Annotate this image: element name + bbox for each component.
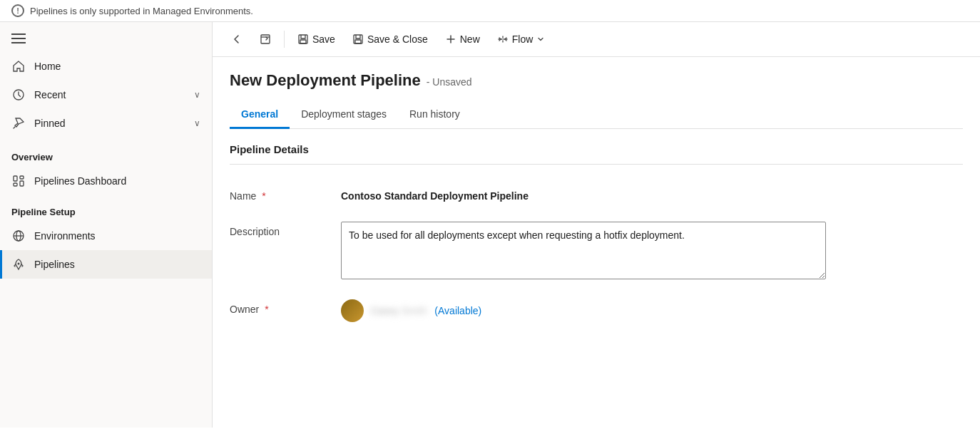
sidebar-item-recent[interactable]: Recent ∨ xyxy=(0,81,212,109)
rocket-icon xyxy=(11,257,26,272)
description-textarea[interactable]: To be used for all deployments except wh… xyxy=(341,222,826,279)
owner-required-asterisk: * xyxy=(265,304,268,315)
form-area: Pipeline Details Name * Contoso Standard… xyxy=(213,129,980,428)
avatar xyxy=(341,299,364,322)
tab-general[interactable]: General xyxy=(230,101,290,129)
sidebar-pipelines-dashboard-label: Pipelines Dashboard xyxy=(34,175,126,187)
sidebar-item-pipelines[interactable]: Pipelines xyxy=(0,250,212,279)
owner-form-row: Owner * Casey Smith (Available) xyxy=(230,289,963,332)
save-close-button[interactable]: Save & Close xyxy=(345,29,435,49)
sidebar-header xyxy=(0,22,212,49)
recent-icon xyxy=(11,88,26,102)
tab-deployment-stages[interactable]: Deployment stages xyxy=(290,101,398,129)
owner-label: Owner * xyxy=(230,299,330,315)
name-form-row: Name * Contoso Standard Deployment Pipel… xyxy=(230,176,963,212)
managed-env-banner: ! Pipelines is only supported in Managed… xyxy=(0,0,980,22)
sidebar: Home Recent ∨ Pi xyxy=(0,22,213,428)
svg-rect-4 xyxy=(20,181,24,186)
sidebar-item-environments[interactable]: Environments xyxy=(0,222,212,250)
tabs: General Deployment stages Run history xyxy=(230,101,963,129)
dashboard-icon xyxy=(11,174,26,188)
sidebar-pipelines-label: Pipelines xyxy=(34,259,75,270)
sidebar-environments-label: Environments xyxy=(34,230,96,242)
svg-rect-1 xyxy=(14,176,17,181)
sidebar-home-label: Home xyxy=(34,61,61,72)
name-label: Name * xyxy=(230,186,330,202)
flow-label: Flow xyxy=(512,33,534,45)
description-label: Description xyxy=(230,222,330,237)
svg-point-8 xyxy=(18,263,20,265)
svg-rect-13 xyxy=(355,40,361,43)
page-title-row: New Deployment Pipeline - Unsaved xyxy=(230,71,963,90)
hamburger-menu-button[interactable] xyxy=(11,33,26,43)
tab-run-history[interactable]: Run history xyxy=(398,101,471,129)
svg-rect-3 xyxy=(14,183,17,186)
banner-text: Pipelines is only supported in Managed E… xyxy=(30,6,253,16)
toolbar: Save Save & Close New xyxy=(213,22,980,57)
home-icon xyxy=(11,59,26,73)
pipeline-setup-section-label: Pipeline Setup xyxy=(0,195,212,222)
save-label: Save xyxy=(312,33,335,45)
name-required-asterisk: * xyxy=(262,190,265,202)
owner-status: (Available) xyxy=(434,305,481,316)
page-title: New Deployment Pipeline xyxy=(230,71,421,90)
flow-button[interactable]: Flow xyxy=(490,29,553,49)
back-button[interactable] xyxy=(224,29,250,49)
sidebar-item-pipelines-dashboard[interactable]: Pipelines Dashboard xyxy=(0,167,212,195)
page-subtitle: - Unsaved xyxy=(427,76,472,88)
sidebar-item-pinned[interactable]: Pinned ∨ xyxy=(0,109,212,138)
new-label: New xyxy=(460,33,480,45)
page-header: New Deployment Pipeline - Unsaved Genera… xyxy=(213,57,980,129)
svg-rect-11 xyxy=(300,40,306,43)
main-content: Save Save & Close New xyxy=(213,22,980,428)
pinned-chevron-icon: ∨ xyxy=(194,118,200,128)
warning-icon: ! xyxy=(11,4,24,17)
toolbar-divider-1 xyxy=(284,31,285,48)
owner-name: Casey Smith xyxy=(371,305,427,316)
sidebar-pinned-label: Pinned xyxy=(34,118,66,129)
section-title: Pipeline Details xyxy=(230,129,963,165)
sidebar-recent-label: Recent xyxy=(34,89,66,100)
pin-icon xyxy=(11,116,26,130)
save-button[interactable]: Save xyxy=(290,29,342,49)
svg-rect-2 xyxy=(20,176,24,179)
svg-rect-9 xyxy=(261,35,270,43)
description-form-row: Description To be used for all deploymen… xyxy=(230,212,963,289)
new-button[interactable]: New xyxy=(438,29,487,49)
sidebar-item-home[interactable]: Home xyxy=(0,52,212,81)
open-button[interactable] xyxy=(252,29,278,49)
recent-chevron-icon: ∨ xyxy=(194,90,200,100)
save-close-label: Save & Close xyxy=(367,33,428,45)
sidebar-nav: Home Recent ∨ Pi xyxy=(0,49,212,140)
globe-icon xyxy=(11,229,26,243)
overview-section-label: Overview xyxy=(0,140,212,167)
owner-value-row: Casey Smith (Available) xyxy=(341,299,481,322)
name-value: Contoso Standard Deployment Pipeline xyxy=(341,186,963,202)
